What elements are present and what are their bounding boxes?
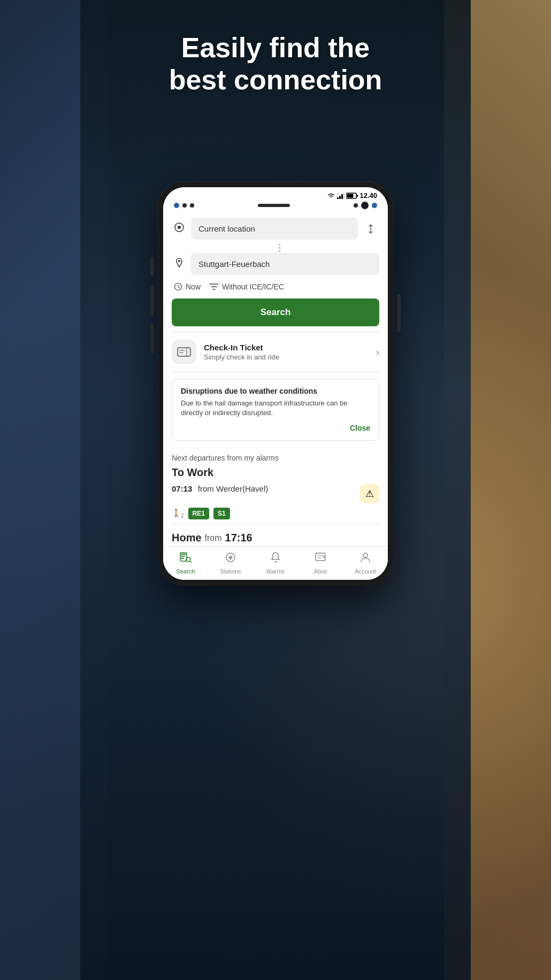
transport-row: 🚶2 RE1 S1 — [172, 508, 379, 519]
alert-text: Due to the hail damage transport infrast… — [181, 399, 370, 418]
svg-rect-1 — [339, 196, 341, 199]
svg-point-17 — [363, 553, 368, 557]
checkin-text: Check-In Ticket Simply check in and ride — [204, 343, 279, 361]
nav-alarms[interactable]: Alarms — [253, 551, 298, 575]
to-input[interactable] — [191, 253, 379, 275]
svg-rect-6 — [357, 195, 358, 197]
svg-rect-3 — [343, 193, 345, 199]
departure-row-1[interactable]: 07:13 from Werder(Havel) ⚠ — [172, 484, 379, 503]
filter-row: Now Without ICE/IC/EC — [172, 278, 379, 295]
camera-dot-2 — [182, 203, 187, 208]
camera-dots — [174, 203, 194, 208]
sensor-dot — [354, 203, 358, 208]
to-row — [172, 253, 379, 275]
ticket-icon — [177, 346, 191, 358]
time-filter[interactable]: Now — [174, 282, 201, 291]
status-icons: 12.40 — [327, 192, 377, 200]
train-filter[interactable]: Without ICE/IC/EC — [209, 282, 284, 291]
nav-abos-icon — [314, 551, 327, 566]
signal-icon — [337, 193, 345, 199]
location-circle-icon — [172, 222, 187, 235]
wifi-icon — [327, 193, 335, 199]
front-camera — [361, 202, 369, 209]
checkin-subtitle: Simply check in and ride — [204, 353, 279, 361]
power-button — [150, 257, 154, 275]
svg-point-8 — [178, 226, 181, 229]
svg-rect-11 — [178, 348, 190, 356]
checkin-title: Check-In Ticket — [204, 343, 279, 352]
camera-dot-3 — [190, 203, 194, 208]
alert-close-area: Close — [181, 423, 370, 433]
departure-info: 07:13 from Werder(Havel) — [172, 484, 268, 494]
train-filter-label: Without ICE/IC/EC — [222, 282, 284, 291]
nav-stations-icon: H — [224, 551, 237, 566]
svg-rect-0 — [337, 197, 339, 199]
nav-search[interactable]: Search — [163, 551, 208, 575]
vol-down-button — [150, 324, 154, 353]
badge-re1: RE1 — [188, 508, 209, 519]
bottom-nav: Search H Stations — [163, 546, 388, 580]
camera-dot-1 — [174, 203, 179, 208]
phone-screen: 12.40 — [163, 187, 388, 580]
departure-time: 07:13 — [172, 484, 192, 493]
home-time: 17:16 — [225, 532, 252, 544]
search-section: Now Without ICE/IC/EC Search — [163, 209, 388, 332]
alert-close-button[interactable]: Close — [350, 424, 370, 432]
departure-from: from Werder(Havel) — [198, 484, 268, 493]
checkin-section[interactable]: Check-In Ticket Simply check in and ride… — [163, 332, 388, 372]
vol-up-button — [150, 286, 154, 316]
phone-device: 12.40 — [158, 182, 393, 585]
dot-1 — [279, 244, 280, 246]
speaker — [258, 204, 290, 207]
nav-account-label: Account — [355, 568, 376, 575]
svg-rect-2 — [341, 194, 343, 199]
checkin-left: Check-In Ticket Simply check in and ride — [172, 340, 279, 364]
nav-stations[interactable]: H Stations — [208, 551, 253, 575]
ir-dot — [372, 203, 377, 208]
home-from-text: from — [205, 533, 222, 543]
home-departure-row[interactable]: Home from 17:16 — [172, 527, 379, 546]
from-row — [172, 218, 379, 240]
departures-label: Next departures from my alarms — [172, 454, 379, 462]
filter-icon — [209, 283, 219, 290]
notch-area — [163, 202, 388, 209]
alert-box: Disruptions due to weather conditions Du… — [172, 379, 379, 441]
checkin-icon — [172, 340, 196, 364]
nav-search-icon — [179, 551, 192, 566]
alert-title: Disruptions due to weather conditions — [181, 387, 370, 395]
status-time: 12.40 — [359, 192, 377, 200]
departures-section: Next departures from my alarms To Work 0… — [163, 447, 388, 546]
app-content: Now Without ICE/IC/EC Search — [163, 209, 388, 580]
dot-3 — [279, 250, 280, 252]
search-button[interactable]: Search — [172, 298, 379, 326]
nav-stations-label: Stations — [220, 568, 241, 575]
battery-icon — [346, 193, 358, 199]
svg-rect-5 — [347, 194, 354, 197]
warning-icon: ⚠ — [360, 484, 379, 503]
chevron-right-icon: › — [376, 347, 379, 358]
status-bar: 12.40 — [163, 187, 388, 202]
spacer-1 — [163, 372, 388, 379]
departure-group-to-work: To Work — [172, 466, 379, 479]
svg-point-9 — [178, 260, 180, 262]
from-input[interactable] — [191, 218, 358, 240]
dots-separator — [179, 243, 379, 253]
svg-text:H: H — [229, 555, 232, 560]
walk-icon: 🚶2 — [172, 509, 184, 519]
nav-alarms-icon — [269, 551, 282, 566]
destination-pin-icon — [172, 257, 187, 271]
nav-account[interactable]: Account — [343, 551, 388, 575]
swap-button[interactable] — [362, 220, 379, 238]
badge-s1: S1 — [213, 508, 230, 519]
hero-title: Easily find the best connection — [0, 32, 551, 96]
nav-abos[interactable]: Abos — [298, 551, 343, 575]
nav-search-label: Search — [177, 568, 195, 575]
side-button — [397, 294, 401, 332]
dot-2 — [279, 247, 280, 249]
home-label: Home — [172, 532, 202, 544]
nav-account-icon — [359, 551, 372, 566]
clock-icon — [174, 282, 182, 291]
nav-abos-label: Abos — [313, 568, 327, 575]
nav-alarms-label: Alarms — [266, 568, 285, 575]
departure-divider — [172, 524, 379, 524]
